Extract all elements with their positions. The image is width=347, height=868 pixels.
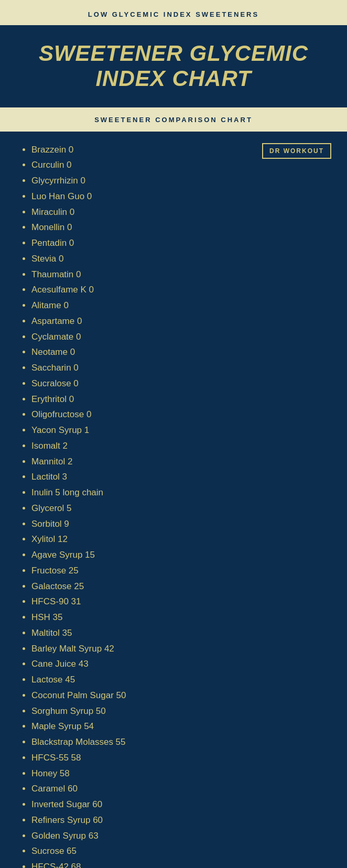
list-item: Luo Han Guo 0: [31, 189, 331, 204]
top-label: LOW GLYCEMIC INDEX SWEETENERS: [88, 10, 259, 18]
list-item: Xylitol 12: [31, 531, 331, 547]
list-item: Refiners Syrup 60: [31, 812, 331, 828]
list-item: Stevia 0: [31, 251, 331, 267]
list-item: Maple Syrup 54: [31, 719, 331, 734]
list-item: Erythritol 0: [31, 392, 331, 407]
top-banner: LOW GLYCEMIC INDEX SWEETENERS: [0, 0, 347, 25]
list-item: HFCS-90 31: [31, 594, 331, 610]
list-item: Caramel 60: [31, 781, 331, 797]
sweetener-list: Brazzein 0Curculin 0Glycyrrhizin 0Luo Ha…: [21, 142, 331, 868]
list-item: Lactitol 3: [31, 469, 331, 485]
list-item: Barley Malt Syrup 42: [31, 641, 331, 657]
list-item: Neotame 0: [31, 344, 331, 360]
list-item: Sorbitol 9: [31, 516, 331, 532]
list-item: Alitame 0: [31, 298, 331, 313]
list-item: Lactose 45: [31, 672, 331, 688]
list-item: Maltitol 35: [31, 625, 331, 641]
list-item: Cane Juice 43: [31, 656, 331, 672]
list-item: Acesulfame K 0: [31, 282, 331, 298]
content-section: DR WORKOUT Brazzein 0Curculin 0Glycyrrhi…: [0, 132, 347, 868]
list-item: Sucralose 0: [31, 376, 331, 392]
list-item: Saccharin 0: [31, 360, 331, 376]
list-item: Blackstrap Molasses 55: [31, 734, 331, 750]
title-section: SWEETENER GLYCEMIC INDEX CHART: [0, 25, 347, 107]
list-item: Inulin 5 long chain: [31, 485, 331, 501]
list-item: Glycyrrhizin 0: [31, 173, 331, 189]
dr-workout-badge: DR WORKOUT: [262, 143, 331, 159]
list-item: Golden Syrup 63: [31, 828, 331, 844]
list-item: Oligofructose 0: [31, 407, 331, 422]
list-item: Monellin 0: [31, 220, 331, 235]
list-item: Inverted Sugar 60: [31, 797, 331, 812]
list-item: Curculin 0: [31, 157, 331, 173]
list-item: Fructose 25: [31, 563, 331, 579]
list-item: HFCS-55 58: [31, 750, 331, 766]
list-item: Thaumatin 0: [31, 267, 331, 283]
list-item: Coconut Palm Sugar 50: [31, 688, 331, 703]
list-item: Sorghum Syrup 50: [31, 703, 331, 719]
subtitle-text: SWEETENER COMPARISON CHART: [94, 116, 253, 124]
list-item: Honey 58: [31, 766, 331, 782]
list-item: Isomalt 2: [31, 438, 331, 454]
list-item: HSH 35: [31, 610, 331, 625]
list-item: Glycerol 5: [31, 501, 331, 516]
list-item: Agave Syrup 15: [31, 547, 331, 563]
list-item: Aspartame 0: [31, 313, 331, 329]
subtitle-section: SWEETENER COMPARISON CHART: [0, 107, 347, 132]
list-item: HFCS-42 68: [31, 859, 331, 868]
list-item: Miraculin 0: [31, 204, 331, 220]
list-item: Sucrose 65: [31, 843, 331, 859]
list-item: Yacon Syrup 1: [31, 422, 331, 438]
list-item: Mannitol 2: [31, 454, 331, 470]
list-item: Cyclamate 0: [31, 329, 331, 345]
list-item: Pentadin 0: [31, 235, 331, 251]
main-title: SWEETENER GLYCEMIC INDEX CHART: [21, 41, 326, 92]
list-item: Galactose 25: [31, 579, 331, 594]
